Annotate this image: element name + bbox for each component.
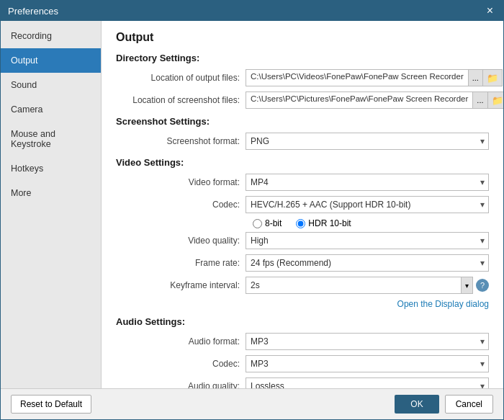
video-format-select-wrap: MP4 MOV AVI FLV TS GIF [246,174,489,191]
keyframe-row: Keyframe interval: ▾ ? [116,277,489,294]
close-button[interactable]: × [484,5,496,17]
keyframe-arrow-button[interactable]: ▾ [462,277,473,294]
output-files-label: Location of output files: [116,73,246,83]
output-folder-button[interactable]: 📁 [483,69,503,86]
directory-section-title: Directory Settings: [116,53,489,63]
screenshot-format-label: Screenshot format: [116,136,246,146]
audio-codec-select[interactable]: MP3 AAC FLAC [246,355,489,372]
screenshot-files-row: Location of screenshot files: C:\Users\P… [116,91,489,109]
main-content: Output Directory Settings: Location of o… [102,21,503,388]
screenshot-path-text: C:\Users\PC\Pictures\FonePaw\FonePaw Scr… [246,91,473,109]
sidebar-item-more[interactable]: More [1,181,101,205]
audio-codec-select-wrap: MP3 AAC FLAC [246,355,489,372]
sidebar-item-output[interactable]: Output [1,48,101,73]
8bit-label: 8-bit [265,218,282,228]
video-codec-select[interactable]: HEVC/H.265 + AAC (Support HDR 10-bit) H.… [246,196,489,213]
video-format-label: Video format: [116,177,246,187]
screenshot-format-select[interactable]: PNG JPG BMP GIF [246,133,489,150]
audio-section-title: Audio Settings: [116,316,489,327]
frame-rate-row: Frame rate: 24 fps (Recommend) 30 fps 60… [116,254,489,272]
bit-depth-radio-group: 8-bit HDR 10-bit [253,218,489,228]
content-area: Recording Output Sound Camera Mouse and … [1,21,503,388]
video-section-title: Video Settings: [116,157,489,168]
cancel-button[interactable]: Cancel [445,395,493,414]
footer: Reset to Default OK Cancel [1,388,503,419]
title-bar: Preferences × [1,1,503,21]
audio-format-label: Audio format: [116,336,246,347]
video-format-select[interactable]: MP4 MOV AVI FLV TS GIF [246,174,489,191]
screenshot-files-label: Location of screenshot files: [116,95,246,105]
audio-quality-select-wrap: Lossless High Medium Low [246,377,489,388]
output-path-text: C:\Users\PC\Videos\FonePaw\FonePaw Scree… [246,69,469,86]
screenshot-browse-button[interactable]: ... [473,91,487,109]
ok-button[interactable]: OK [395,395,438,414]
frame-rate-select[interactable]: 24 fps (Recommend) 30 fps 60 fps 15 fps [246,254,489,272]
audio-quality-select[interactable]: Lossless High Medium Low [246,377,489,388]
screenshot-section-title: Screenshot Settings: [116,116,489,127]
bit-depth-group: 8-bit HDR 10-bit [246,218,489,228]
screenshot-format-row: Screenshot format: PNG JPG BMP GIF [116,133,489,150]
audio-format-select[interactable]: MP3 AAC M4A WMA FLAC [246,333,489,350]
frame-rate-select-wrap: 24 fps (Recommend) 30 fps 60 fps 15 fps [246,254,489,272]
audio-format-row: Audio format: MP3 AAC M4A WMA FLAC [116,333,489,350]
sidebar-item-sound[interactable]: Sound [1,73,101,97]
hdr10bit-radio-label[interactable]: HDR 10-bit [296,218,351,228]
sidebar-item-mouse-keystroke[interactable]: Mouse and Keystroke [1,122,101,156]
reset-to-default-button[interactable]: Reset to Default [11,395,91,414]
footer-right-buttons: OK Cancel [395,395,493,414]
screenshot-format-select-wrap: PNG JPG BMP GIF [246,133,489,150]
sidebar-item-hotkeys[interactable]: Hotkeys [1,156,101,181]
video-quality-row: Video quality: High Medium Low Custom [116,232,489,249]
sidebar-item-recording[interactable]: Recording [1,24,101,48]
audio-codec-row: Codec: MP3 AAC FLAC [116,355,489,372]
output-path-field: C:\Users\PC\Videos\FonePaw\FonePaw Scree… [246,69,503,86]
8bit-radio-label[interactable]: 8-bit [253,218,282,228]
screenshot-path-field: C:\Users\PC\Pictures\FonePaw\FonePaw Scr… [246,91,503,109]
frame-rate-label: Frame rate: [116,258,246,268]
hdr10bit-radio[interactable] [296,219,305,228]
video-codec-row: Codec: HEVC/H.265 + AAC (Support HDR 10-… [116,196,489,213]
output-browse-button[interactable]: ... [469,69,483,86]
screenshot-folder-button[interactable]: 📁 [488,91,504,109]
video-quality-select-wrap: High Medium Low Custom [246,232,489,249]
video-quality-label: Video quality: [116,236,246,246]
keyframe-label: Keyframe interval: [116,280,246,290]
hdr10bit-label: HDR 10-bit [308,218,351,228]
8bit-radio[interactable] [253,219,262,228]
video-quality-select[interactable]: High Medium Low Custom [246,232,489,249]
keyframe-value-input[interactable] [246,277,462,294]
video-codec-select-wrap: HEVC/H.265 + AAC (Support HDR 10-bit) H.… [246,196,489,213]
dialog-title: Preferences [8,6,58,17]
preferences-dialog: Preferences × Recording Output Sound Cam… [0,0,504,420]
keyframe-input-group: ▾ [246,277,473,294]
audio-quality-label: Audio quality: [116,381,246,388]
video-format-row: Video format: MP4 MOV AVI FLV TS GIF [116,174,489,191]
keyframe-help-button[interactable]: ? [476,279,489,292]
open-display-dialog-link[interactable]: Open the Display dialog [116,299,489,309]
audio-codec-label: Codec: [116,359,246,369]
sidebar-item-camera[interactable]: Camera [1,97,101,122]
sidebar: Recording Output Sound Camera Mouse and … [1,21,102,388]
audio-quality-row: Audio quality: Lossless High Medium Low [116,377,489,388]
audio-format-select-wrap: MP3 AAC M4A WMA FLAC [246,333,489,350]
output-files-row: Location of output files: C:\Users\PC\Vi… [116,69,489,86]
page-title: Output [116,31,489,44]
video-codec-label: Codec: [116,200,246,210]
